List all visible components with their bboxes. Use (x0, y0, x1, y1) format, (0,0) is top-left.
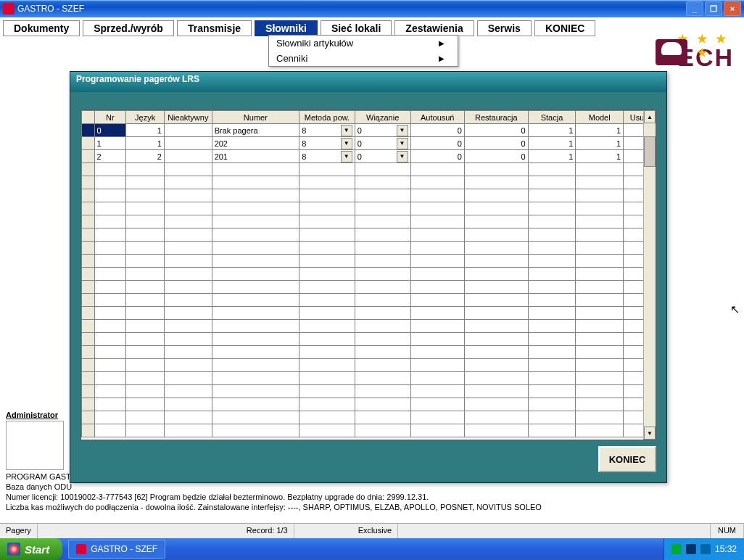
dropdown-button[interactable]: ▼ (341, 138, 352, 149)
cell-nr[interactable]: 0 (94, 124, 126, 137)
scroll-down-button[interactable]: ▼ (644, 427, 656, 440)
menu-item-sprzed-wyr-b[interactable]: Sprzed./wyrób (83, 20, 174, 36)
taskbar: Start GASTRO - SZEF 15:32 (0, 538, 744, 560)
cell-wiazanie[interactable]: 0▼ (355, 124, 410, 137)
cell-jezyk[interactable]: 1 (126, 137, 165, 150)
cell-numer[interactable]: Brak pagera (212, 124, 299, 137)
table-row (82, 215, 656, 228)
column-header[interactable]: Metoda pow. (299, 111, 355, 124)
taskbar-item[interactable]: GASTRO - SZEF (68, 540, 165, 559)
administrator-box (6, 421, 64, 470)
cell-restauracja[interactable]: 0 (464, 137, 528, 150)
cell-restauracja[interactable]: 0 (464, 150, 528, 163)
menu-item-zestawienia[interactable]: Zestawienia (394, 20, 474, 36)
cell-autousun[interactable]: 0 (410, 150, 464, 163)
cell-nieaktywny[interactable] (164, 137, 212, 150)
start-label: Start (25, 543, 49, 556)
table-row (82, 333, 656, 346)
cell-model[interactable]: 1 (576, 137, 624, 150)
cell-stacja[interactable]: 1 (528, 137, 576, 150)
row-selector[interactable] (82, 150, 95, 163)
cell-model[interactable]: 1 (576, 124, 624, 137)
tray-icon[interactable] (700, 544, 711, 554)
cell-restauracja[interactable]: 0 (464, 124, 528, 137)
app-titlebar: GASTRO - SZEF _ ❐ × (0, 0, 744, 17)
dialog-titlebar: Programowanie pagerów LRS (70, 72, 666, 92)
dropdown-button[interactable]: ▼ (397, 151, 408, 162)
menu-item-dokumenty[interactable]: Dokumenty (3, 20, 80, 36)
column-header[interactable]: Wiązanie (355, 111, 410, 124)
menu-item-sie-lokali[interactable]: Sieć lokali (321, 20, 392, 36)
cell-metoda[interactable]: 8▼ (299, 150, 355, 163)
dialog-close-button[interactable]: KONIEC (598, 446, 656, 472)
column-header[interactable]: Język (126, 111, 165, 124)
menu-item-serwis[interactable]: Serwis (477, 20, 532, 36)
column-header[interactable]: Stacja (528, 111, 576, 124)
cell-numer[interactable]: 202 (212, 137, 299, 150)
status-left: Pagery (0, 524, 38, 538)
column-header[interactable]: Numer (212, 111, 299, 124)
cell-metoda[interactable]: 8▼ (299, 137, 355, 150)
cell-nr[interactable]: 1 (94, 137, 126, 150)
windows-logo-icon (7, 543, 20, 556)
cell-jezyk[interactable]: 1 (126, 124, 165, 137)
cell-autousun[interactable]: 0 (410, 137, 464, 150)
table-row (82, 346, 656, 359)
task-icon (76, 544, 86, 554)
row-selector[interactable] (82, 124, 95, 137)
start-button[interactable]: Start (0, 538, 62, 560)
menu-item-transmisje[interactable]: Transmisje (177, 20, 252, 36)
tray-icon[interactable] (686, 544, 696, 554)
table-row[interactable]: 112028▼0▼0011 (82, 137, 656, 150)
row-selector[interactable] (82, 137, 95, 150)
dropdown-button[interactable]: ▼ (341, 151, 352, 162)
footer-line4: Liczba kas możliwych do podłączenia - do… (6, 502, 738, 512)
footer-line2: Baza danych ODU (6, 482, 738, 492)
app-statusbar: Pagery Record: 1/3 Exclusive NUM (0, 523, 744, 538)
table-row (82, 307, 656, 320)
table-row[interactable]: 01Brak pagera8▼0▼0011 (82, 124, 656, 137)
cell-wiazanie[interactable]: 0▼ (355, 150, 410, 163)
cell-metoda[interactable]: 8▼ (299, 124, 355, 137)
dropdown-button[interactable]: ▼ (397, 125, 408, 136)
scroll-up-button[interactable]: ▲ (644, 110, 656, 123)
cell-stacja[interactable]: 1 (528, 124, 576, 137)
minimize-button[interactable]: _ (686, 1, 703, 16)
cell-numer[interactable]: 201 (212, 150, 299, 163)
dropdown-button[interactable]: ▼ (397, 138, 408, 149)
menu-item-s-owniki[interactable]: Słowniki (255, 20, 318, 36)
dropdown-item[interactable]: Cenniki▶ (269, 51, 458, 66)
table-row (82, 424, 656, 437)
cell-stacja[interactable]: 1 (528, 150, 576, 163)
cell-autousun[interactable]: 0 (410, 124, 464, 137)
dropdown-item[interactable]: Słowniki artykułów▶ (269, 36, 458, 51)
close-button[interactable]: × (724, 1, 741, 16)
table-row (82, 163, 656, 176)
administrator-label: Administrator (6, 411, 58, 419)
table-row (82, 372, 656, 385)
cell-nieaktywny[interactable] (164, 150, 212, 163)
task-label: GASTRO - SZEF (91, 544, 157, 554)
column-header[interactable]: Nieaktywny (164, 111, 212, 124)
cell-model[interactable]: 1 (576, 150, 624, 163)
data-grid[interactable]: NrJęzykNieaktywnyNumerMetoda pow.Wiązani… (80, 110, 656, 440)
cell-nr[interactable]: 2 (94, 150, 126, 163)
column-header[interactable]: Nr (94, 111, 126, 124)
cell-jezyk[interactable]: 2 (126, 150, 165, 163)
maximize-button[interactable]: ❐ (705, 1, 722, 16)
dropdown-button[interactable]: ▼ (341, 125, 352, 136)
cell-nieaktywny[interactable] (164, 124, 212, 137)
column-header[interactable]: Model (576, 111, 624, 124)
vertical-scrollbar[interactable]: ▲ ▼ (643, 110, 656, 440)
scroll-thumb[interactable] (644, 136, 656, 167)
column-header[interactable]: Autousuń (410, 111, 464, 124)
table-row (82, 202, 656, 215)
cell-wiazanie[interactable]: 0▼ (355, 137, 410, 150)
table-row (82, 294, 656, 307)
system-tray: 15:32 (664, 538, 744, 560)
menu-item-koniec[interactable]: KONIEC (534, 20, 595, 36)
tray-icon[interactable] (671, 544, 682, 554)
column-header[interactable]: Restauracja (464, 111, 528, 124)
table-row[interactable]: 222018▼0▼0011 (82, 150, 656, 163)
table-row (82, 359, 656, 372)
